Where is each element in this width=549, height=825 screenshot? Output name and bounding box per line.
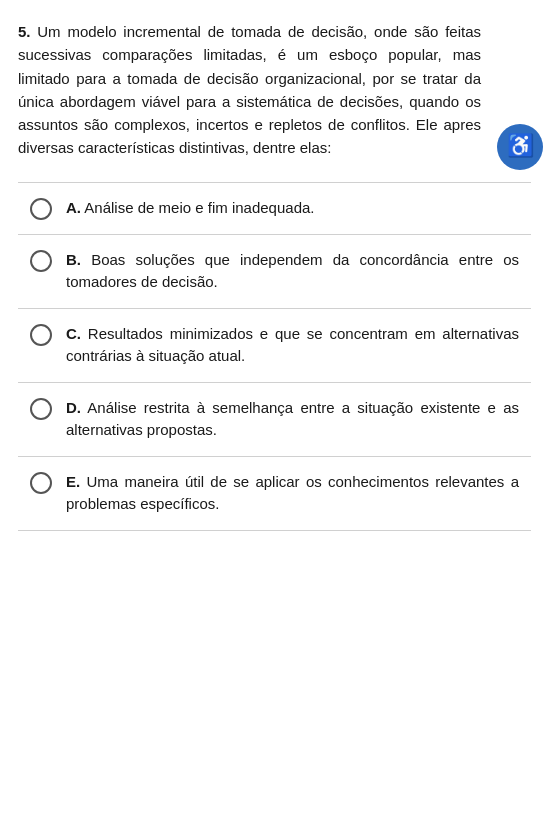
option-label-d: D.: [66, 399, 81, 416]
radio-c[interactable]: [30, 324, 52, 346]
question-text: 5. Um modelo incremental de tomada de de…: [18, 20, 531, 160]
option-text-c: C. Resultados minimizados e que se conce…: [66, 323, 519, 368]
radio-e[interactable]: [30, 472, 52, 494]
accessibility-icon: ♿: [497, 124, 543, 170]
option-item-c[interactable]: C. Resultados minimizados e que se conce…: [18, 308, 531, 382]
option-label-b: B.: [66, 251, 81, 268]
question-body: Um modelo incremental de tomada de decis…: [18, 23, 481, 156]
radio-d[interactable]: [30, 398, 52, 420]
option-item-a[interactable]: A. Análise de meio e fim inadequada.: [18, 182, 531, 234]
option-item-d[interactable]: D. Análise restrita à semelhança entre a…: [18, 382, 531, 456]
option-item-b[interactable]: B. Boas soluções que independem da conco…: [18, 234, 531, 308]
option-text-d: D. Análise restrita à semelhança entre a…: [66, 397, 519, 442]
option-text-a: A. Análise de meio e fim inadequada.: [66, 197, 519, 220]
question-block: 5. Um modelo incremental de tomada de de…: [18, 20, 531, 531]
options-list: A. Análise de meio e fim inadequada.B. B…: [18, 182, 531, 531]
radio-a[interactable]: [30, 198, 52, 220]
option-text-e: E. Uma maneira útil de se aplicar os con…: [66, 471, 519, 516]
option-label-a: A.: [66, 199, 81, 216]
option-label-e: E.: [66, 473, 80, 490]
option-text-b: B. Boas soluções que independem da conco…: [66, 249, 519, 294]
radio-b[interactable]: [30, 250, 52, 272]
option-item-e[interactable]: E. Uma maneira útil de se aplicar os con…: [18, 456, 531, 531]
option-label-c: C.: [66, 325, 81, 342]
question-number: 5.: [18, 23, 31, 40]
